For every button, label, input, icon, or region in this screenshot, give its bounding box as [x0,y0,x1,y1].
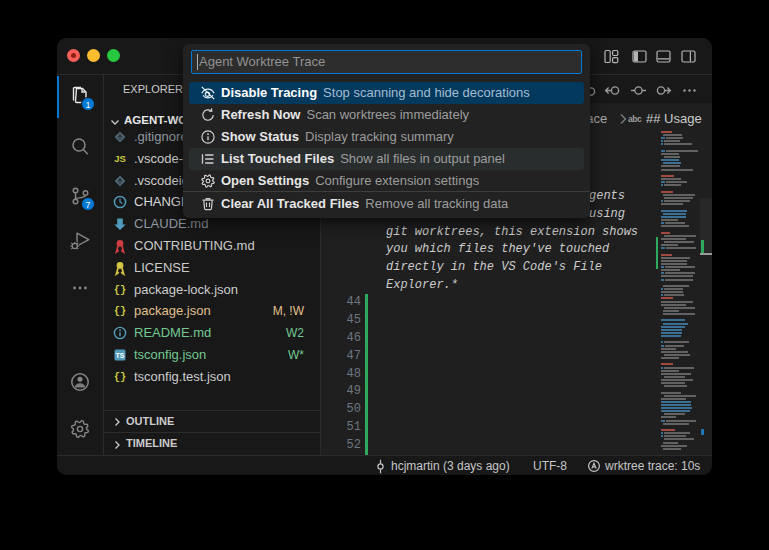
svg-text:TS: TS [116,352,125,359]
svg-text:abc: abc [628,114,642,124]
